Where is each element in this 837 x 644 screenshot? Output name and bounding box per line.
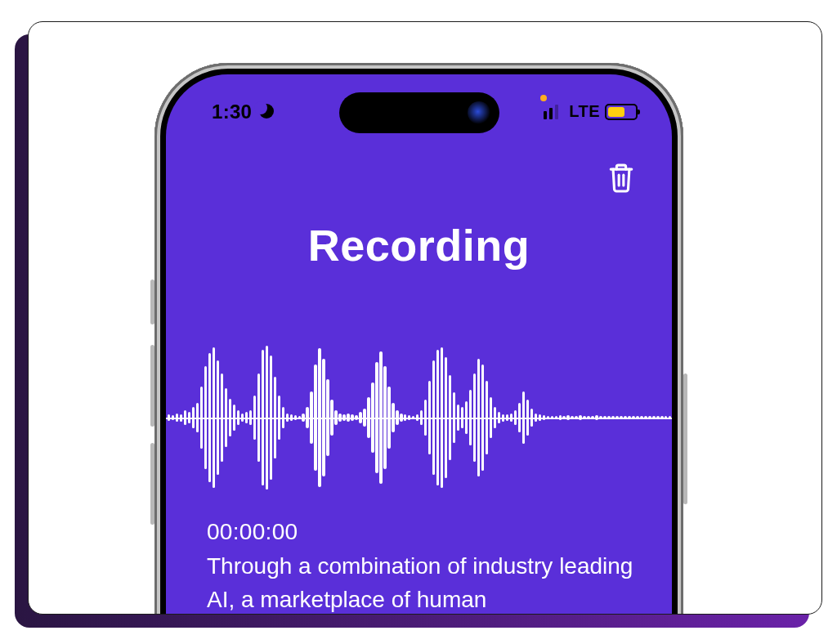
signal-bars-icon <box>544 105 565 119</box>
status-left: 1:30 <box>212 101 275 123</box>
phone-silent-switch <box>150 280 154 324</box>
stage: 1:30 LTE <box>0 0 837 644</box>
phone-screen: 1:30 LTE <box>166 74 672 615</box>
moon-icon <box>258 104 275 120</box>
transcript-timestamp: 00:00:00 <box>207 519 638 545</box>
delete-recording-button[interactable] <box>605 159 638 195</box>
screen-title: Recording <box>166 220 672 271</box>
status-bar: 1:30 LTE <box>166 97 672 127</box>
card-front: 1:30 LTE <box>28 21 822 615</box>
network-type-label: LTE <box>569 102 600 121</box>
status-time: 1:30 <box>212 101 252 123</box>
phone-frame: 1:30 LTE <box>154 63 683 615</box>
status-right: LTE <box>544 102 638 121</box>
waveform-area[interactable] <box>166 336 672 499</box>
phone-volume-up <box>150 345 154 427</box>
phone-power-button <box>683 373 687 504</box>
transcript-text: Through a combination of industry leadin… <box>207 550 638 615</box>
phone-volume-down <box>150 443 154 525</box>
audio-waveform-icon <box>166 336 672 499</box>
transcript-block: 00:00:00 Through a combination of indust… <box>207 519 638 615</box>
recording-dot-icon <box>540 95 547 101</box>
trash-icon <box>607 162 635 193</box>
battery-level <box>608 107 624 117</box>
battery-icon <box>605 104 638 120</box>
